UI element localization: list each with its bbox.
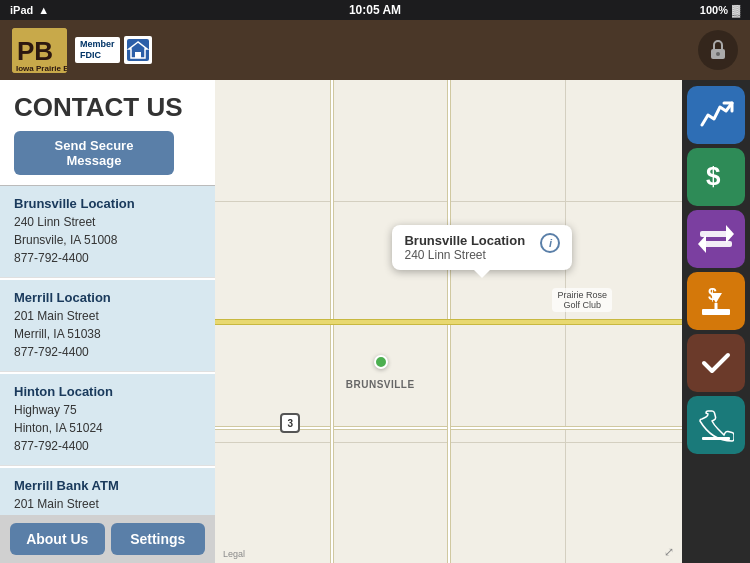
deposit-sidebar-button[interactable]: $	[687, 272, 745, 330]
map-legal-text: Legal	[223, 549, 245, 559]
atm-name: Merrill Bank ATM	[14, 478, 201, 493]
contact-title: CONTACT US	[14, 92, 201, 123]
dollar-icon: $	[698, 159, 734, 195]
svg-rect-5	[135, 52, 141, 58]
golf-label-1: Prairie Rose	[557, 290, 607, 300]
status-left: iPad ▲	[10, 4, 49, 16]
road-yellow-main	[215, 319, 682, 325]
status-time: 10:05 AM	[349, 3, 401, 17]
contact-header: CONTACT US Send Secure Message	[0, 80, 215, 186]
merrill-name: Merrill Location	[14, 290, 201, 305]
right-sidebar: $ $	[682, 80, 750, 563]
investments-sidebar-button[interactable]	[687, 86, 745, 144]
golf-club-label: Prairie Rose Golf Club	[552, 288, 612, 312]
fdic-badge: Member FDIC	[75, 37, 120, 63]
contact-sidebar-button[interactable]	[687, 396, 745, 454]
merrill-city: Merrill, IA 51038	[14, 327, 101, 341]
info-icon[interactable]: i	[540, 233, 560, 253]
merrill-atm-location[interactable]: Merrill Bank ATM 201 Main Street Merrill…	[0, 468, 215, 515]
transfer-icon	[698, 221, 734, 257]
main-content: CONTACT US Send Secure Message Brunsvill…	[0, 80, 750, 563]
atm-address: 201 Main Street	[14, 497, 99, 511]
popup-text: Brunsville Location 240 Linn Street	[404, 233, 532, 262]
brunsville-details: 240 Linn Street Brunsvile, IA 51008 877-…	[14, 213, 201, 267]
merrill-phone: 877-792-4400	[14, 345, 89, 359]
svg-rect-17	[702, 437, 730, 440]
brunsville-city: Brunsvile, IA 51008	[14, 233, 117, 247]
brunsville-location[interactable]: Brunsville Location 240 Linn Street Brun…	[0, 186, 215, 278]
app-header: PB Iowa Prairie Bank Member FDIC	[0, 20, 750, 80]
lock-button[interactable]	[698, 30, 738, 70]
map-popup[interactable]: Brunsville Location 240 Linn Street i	[392, 225, 572, 270]
chart-icon	[698, 97, 734, 133]
map-expand-icon[interactable]: ⤢	[664, 545, 674, 559]
bottom-buttons: About Us Settings	[0, 515, 215, 563]
hinton-phone: 877-792-4400	[14, 439, 89, 453]
svg-marker-10	[726, 225, 734, 243]
hinton-address: Highway 75	[14, 403, 77, 417]
brunsville-phone: 877-792-4400	[14, 251, 89, 265]
phone-icon	[698, 407, 734, 443]
battery-icon: ▓	[732, 4, 740, 16]
send-message-button[interactable]: Send Secure Message	[14, 131, 174, 175]
brunsville-name: Brunsville Location	[14, 196, 201, 211]
battery-label: 100%	[700, 4, 728, 16]
left-panel: CONTACT US Send Secure Message Brunsvill…	[0, 80, 215, 563]
about-us-button[interactable]: About Us	[10, 523, 105, 555]
wifi-icon: ▲	[38, 4, 49, 16]
hinton-location[interactable]: Hinton Location Highway 75 Hinton, IA 51…	[0, 374, 215, 466]
brunsville-address: 240 Linn Street	[14, 215, 95, 229]
atm-details: 201 Main Street Merrill, IA 51038	[14, 495, 201, 515]
svg-text:$: $	[706, 161, 721, 191]
svg-text:Iowa Prairie Bank: Iowa Prairie Bank	[16, 64, 67, 73]
status-bar: iPad ▲ 10:05 AM 100% ▓	[0, 0, 750, 20]
svg-point-7	[716, 52, 720, 56]
popup-location-name: Brunsville Location	[404, 233, 532, 248]
dollar-sidebar-button[interactable]: $	[687, 148, 745, 206]
map-background: BRUNSVILLE Prairie Rose Golf Club Brunsv…	[215, 80, 682, 563]
equal-housing-icon	[124, 36, 152, 64]
ipad-label: iPad	[10, 4, 33, 16]
map-area[interactable]: BRUNSVILLE Prairie Rose Golf Club Brunsv…	[215, 80, 682, 563]
logo-area: PB Iowa Prairie Bank Member FDIC	[12, 28, 152, 73]
hinton-details: Highway 75 Hinton, IA 51024 877-792-4400	[14, 401, 201, 455]
settings-button[interactable]: Settings	[111, 523, 206, 555]
locations-list: Brunsville Location 240 Linn Street Brun…	[0, 186, 215, 515]
brunsville-place-label: BRUNSVILLE	[346, 379, 415, 390]
map-pin[interactable]	[374, 355, 388, 369]
road-badge: 3	[280, 413, 300, 433]
merrill-address: 201 Main Street	[14, 309, 99, 323]
svg-rect-13	[702, 309, 730, 315]
hinton-city: Hinton, IA 51024	[14, 421, 103, 435]
transfer-sidebar-button[interactable]	[687, 210, 745, 268]
merrill-location[interactable]: Merrill Location 201 Main Street Merrill…	[0, 280, 215, 372]
hinton-name: Hinton Location	[14, 384, 201, 399]
checkmark-sidebar-button[interactable]	[687, 334, 745, 392]
fdic-area: Member FDIC	[75, 36, 152, 64]
svg-text:PB: PB	[17, 36, 53, 66]
pb-logo: PB Iowa Prairie Bank	[12, 28, 67, 73]
merrill-details: 201 Main Street Merrill, IA 51038 877-79…	[14, 307, 201, 361]
checkmark-icon	[698, 345, 734, 381]
deposit-icon: $	[698, 283, 734, 319]
status-right: 100% ▓	[700, 4, 740, 16]
golf-label-2: Golf Club	[557, 300, 607, 310]
popup-address: 240 Linn Street	[404, 248, 532, 262]
svg-marker-12	[698, 235, 706, 253]
